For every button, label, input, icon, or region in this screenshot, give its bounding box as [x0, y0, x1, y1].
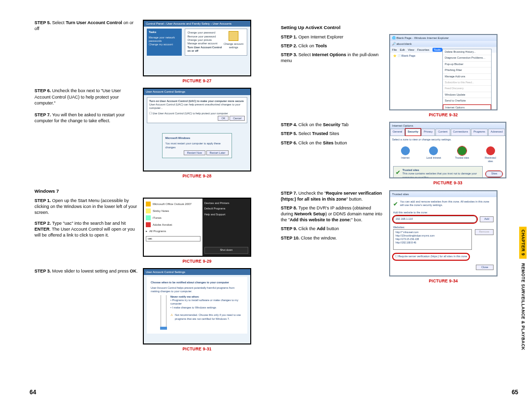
figure-9-34: Trusted sites ✔You can add and remove we… — [389, 190, 498, 276]
w7-step-3: STEP 3. Move slider to lowest setting an… — [34, 268, 138, 274]
ax-step-4: STEP 4. Click on the Security Tab — [281, 122, 384, 128]
ax-step-3: STEP 3. Select Internet Options in the p… — [281, 52, 384, 64]
caption-9-31: PICTURE 9-31 — [143, 346, 251, 352]
page-65: Setting Up ActiveX Control STEP 1. Open … — [276, 10, 502, 298]
page-number-left: 64 — [30, 388, 36, 396]
w7-step-1: STEP 1. Open up the Start Menu (accessib… — [34, 198, 138, 215]
ax-step-2: STEP 2. Click on Tools — [281, 43, 384, 49]
figure-9-28: User Account Control Settings Turn on Us… — [143, 88, 251, 171]
figure-9-31: User Account Control Settings Choose whe… — [143, 268, 251, 344]
step-7: STEP 7. You will then be asked to restar… — [34, 112, 138, 124]
page-number-right: 65 — [512, 388, 518, 396]
caption-9-27: PICTURE 9-27 — [143, 78, 251, 84]
caption-9-32: PICTURE 9-32 — [389, 112, 498, 118]
windows7-heading: Windows 7 — [34, 188, 251, 195]
step-6: STEP 6. Uncheck the box next to "Use Use… — [34, 88, 138, 105]
page-64: STEP 5. Select Turn User Account Control… — [30, 10, 256, 366]
step-5: STEP 5. Select Turn User Account Control… — [34, 20, 138, 32]
ax-step-6: STEP 6. Click on the Sites button — [281, 140, 384, 146]
caption-9-34: PICTURE 9-34 — [389, 278, 498, 284]
chapter-tab: CHAPTER 9 REMOTE SURVEILLANCE & PLAYBACK — [519, 227, 529, 340]
ax-step-10: STEP 10. Close the window. — [281, 235, 384, 241]
ax-step-9: STEP 9. Click the Add button — [281, 226, 384, 232]
caption-9-33: PICTURE 9-33 — [389, 180, 506, 186]
activex-heading: Setting Up ActiveX Control — [281, 25, 498, 31]
caption-9-29: PICTURE 9-29 — [143, 259, 251, 264]
ax-step-8: STEP 8. Type the DVR's IP address (obtai… — [281, 205, 384, 223]
figure-9-33: Internet Options GeneralSecurityPrivacyC… — [389, 122, 506, 178]
figure-9-27: Control Panel › User Accounts and Family… — [143, 20, 251, 76]
figure-9-32: 🌐 Blank Page - Windows Internet Explorer… — [389, 34, 498, 110]
w7-step-2: STEP 2. Type "uac" into the search bar a… — [34, 220, 138, 238]
ax-step-1: STEP 1. Open Internet Explorer — [281, 34, 384, 40]
figure-9-29: Microsoft Office Outlook 2007 Sticky Not… — [143, 198, 251, 257]
ax-step-5: STEP 5. Select Trusted Sites — [281, 131, 384, 137]
ax-step-7: STEP 7. Uncheck the "Require server veri… — [281, 190, 384, 202]
caption-9-28: PICTURE 9-28 — [143, 173, 251, 179]
